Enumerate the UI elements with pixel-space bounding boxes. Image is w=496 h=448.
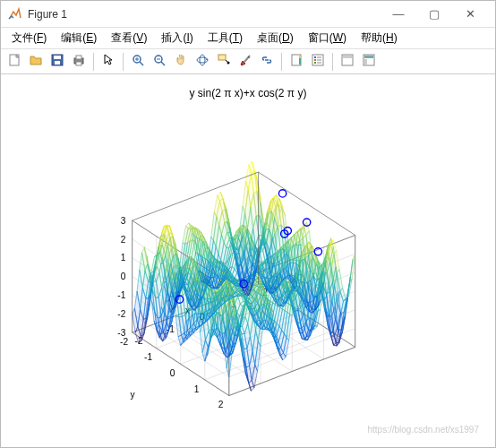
- maximize-button[interactable]: ▢: [416, 2, 452, 27]
- svg-rect-31: [343, 56, 352, 58]
- svg-line-8: [140, 62, 143, 65]
- menu-f[interactable]: 文件(F): [4, 29, 54, 47]
- svg-text:-1: -1: [117, 290, 125, 300]
- svg-point-15: [200, 55, 205, 65]
- svg-text:0: 0: [170, 368, 175, 378]
- zoom-in-button[interactable]: [128, 52, 148, 72]
- hide-tools-button[interactable]: [338, 52, 357, 72]
- insert-colorbar-button[interactable]: [286, 52, 306, 72]
- svg-text:-1: -1: [144, 352, 152, 362]
- show-tools-icon: [362, 53, 376, 71]
- menu-bar: 文件(F)编辑(E)查看(V)插入(I)工具(T)桌面(D)窗口(W)帮助(H): [1, 28, 495, 49]
- surface-plot[interactable]: -3-2-10123-2-1012-2-1012xy: [8, 105, 488, 436]
- show-tools-button[interactable]: [359, 52, 379, 72]
- svg-text:-2: -2: [117, 309, 125, 319]
- pan-button[interactable]: [171, 52, 191, 72]
- pointer-icon: [101, 53, 115, 71]
- data-cursor-icon: [217, 53, 231, 71]
- brush-icon: [238, 53, 252, 71]
- toolbar-separator: [93, 53, 94, 71]
- axes-3d[interactable]: y sin(2 π x)+x cos(2 π y) -3-2-10123-2-1…: [8, 82, 488, 440]
- menu-t[interactable]: 工具(T): [201, 29, 250, 47]
- svg-rect-34: [364, 59, 367, 65]
- toolbar-separator: [332, 53, 333, 71]
- zoom-in-icon: [131, 53, 145, 71]
- menu-d[interactable]: 桌面(D): [250, 29, 301, 47]
- insert-legend-button[interactable]: [308, 52, 328, 72]
- link-button[interactable]: [257, 52, 277, 72]
- hide-tools-icon: [340, 53, 355, 71]
- svg-rect-2: [54, 56, 61, 59]
- insert-colorbar-icon: [289, 53, 304, 71]
- insert-legend-icon: [311, 53, 325, 71]
- svg-rect-33: [364, 56, 373, 58]
- matlab-icon: [8, 7, 22, 22]
- watermark: https://blog.csdn.net/xs1997: [367, 425, 479, 435]
- brush-button[interactable]: [235, 52, 255, 72]
- svg-text:2: 2: [121, 235, 126, 245]
- menu-i[interactable]: 插入(I): [154, 29, 200, 47]
- svg-text:1: 1: [194, 384, 200, 394]
- plot-area[interactable]: y sin(2 π x)+x cos(2 π y) -3-2-10123-2-1…: [1, 74, 495, 447]
- svg-rect-22: [299, 56, 301, 58]
- rotate-3d-button[interactable]: [192, 52, 212, 72]
- pointer-button[interactable]: [98, 52, 118, 72]
- toolbar-separator: [123, 53, 124, 71]
- menu-e[interactable]: 编辑(E): [54, 29, 104, 47]
- svg-text:-2: -2: [120, 337, 128, 347]
- minimize-button[interactable]: —: [381, 2, 416, 27]
- toolbar-separator: [281, 53, 282, 71]
- svg-line-12: [161, 62, 165, 65]
- rotate-3d-icon: [195, 53, 210, 71]
- save-button[interactable]: [47, 52, 67, 72]
- menu-w[interactable]: 窗口(W): [301, 29, 354, 47]
- close-button[interactable]: ✕: [452, 2, 488, 27]
- link-icon: [260, 53, 274, 71]
- svg-text:2: 2: [218, 400, 224, 409]
- marker-marker-5[interactable]: [314, 248, 321, 255]
- toolbar: [1, 49, 495, 74]
- svg-text:1: 1: [121, 253, 126, 263]
- svg-text:y: y: [130, 390, 135, 400]
- save-icon: [50, 53, 64, 71]
- new-figure-icon: [7, 53, 21, 71]
- svg-rect-16: [218, 55, 226, 60]
- menu-v[interactable]: 查看(V): [104, 29, 154, 47]
- svg-rect-5: [76, 56, 81, 59]
- svg-line-1698: [133, 172, 259, 220]
- figure-window: Figure 1 — ▢ ✕ 文件(F)编辑(E)查看(V)插入(I)工具(T)…: [0, 0, 496, 448]
- open-icon: [29, 53, 43, 71]
- svg-rect-6: [76, 62, 81, 65]
- title-bar[interactable]: Figure 1 — ▢ ✕: [1, 1, 495, 28]
- zoom-out-button[interactable]: [150, 52, 169, 72]
- marker-peak-marker-1[interactable]: [278, 190, 286, 197]
- pan-icon: [174, 53, 188, 71]
- svg-text:3: 3: [121, 216, 126, 226]
- window-title: Figure 1: [28, 8, 381, 21]
- print-icon: [72, 53, 86, 71]
- open-button[interactable]: [26, 52, 46, 72]
- zoom-out-icon: [152, 53, 167, 71]
- svg-marker-715: [349, 254, 355, 283]
- svg-text:0: 0: [121, 271, 126, 281]
- menu-h[interactable]: 帮助(H): [354, 29, 405, 47]
- print-button[interactable]: [69, 52, 89, 72]
- data-cursor-button[interactable]: [214, 52, 234, 72]
- chart-title: y sin(2 π x)+x cos(2 π y): [8, 87, 488, 99]
- svg-point-18: [227, 61, 230, 64]
- window-controls: — ▢ ✕: [381, 2, 488, 27]
- svg-rect-3: [55, 61, 60, 65]
- new-figure-button[interactable]: [4, 52, 24, 72]
- svg-line-19: [244, 56, 250, 62]
